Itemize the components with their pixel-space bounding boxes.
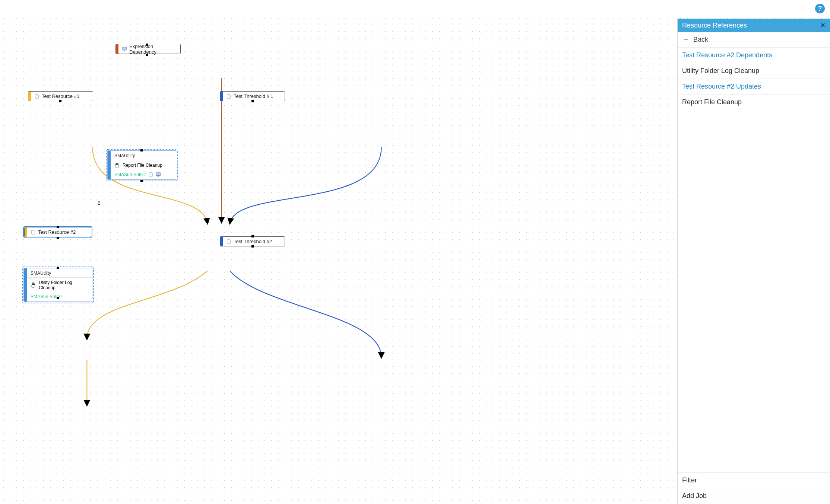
svg-rect-17 (158, 176, 159, 176)
clipboard-icon (226, 239, 231, 244)
monitor-icon (122, 47, 127, 51)
node-port (59, 100, 61, 102)
node-test-threshold-1[interactable]: Test Threshold # 1 (220, 91, 285, 101)
resource-references-panel: Resource References ✕ ← Back Test Resour… (677, 19, 830, 504)
node-stripe (108, 151, 111, 179)
back-button[interactable]: ← Back (678, 32, 830, 48)
node-port (57, 237, 59, 239)
panel-list: Test Resource #2 Dependents Utility Fold… (678, 48, 830, 472)
add-job-button[interactable]: Add Job (678, 488, 830, 504)
linux-icon (114, 162, 120, 168)
node-port (251, 235, 254, 237)
node-test-resource-2[interactable]: Test Resource #2 (24, 227, 91, 237)
help-icon[interactable]: ? (815, 4, 825, 13)
svg-point-21 (34, 284, 34, 284)
job-header: SMAUtility (108, 151, 176, 160)
clipboard-icon (34, 94, 39, 99)
job-header: SMAUtility (24, 268, 92, 277)
node-port (146, 54, 148, 56)
panel-title: Resource References (682, 22, 747, 29)
clipboard-icon (226, 94, 231, 99)
node-label: Test Resource #2 (38, 229, 76, 235)
back-label: Back (693, 36, 708, 44)
svg-point-11 (115, 165, 119, 168)
job-title: Utility Folder Log Cleanup (39, 280, 88, 290)
panel-section-entry[interactable]: Report File Cleanup (678, 95, 830, 110)
panel-header: Resource References ✕ (678, 19, 830, 32)
node-port (251, 100, 254, 102)
linux-icon (31, 282, 36, 288)
node-test-resource-1[interactable]: Test Resource #1 (28, 91, 93, 101)
close-icon[interactable]: ✕ (820, 21, 826, 29)
node-stripe (24, 268, 27, 302)
node-port (57, 267, 59, 269)
job-title: Report File Cleanup (123, 163, 162, 168)
svg-point-19 (31, 285, 35, 288)
svg-rect-6 (32, 230, 35, 234)
node-port (57, 297, 59, 299)
svg-rect-1 (123, 50, 125, 51)
node-port (251, 245, 254, 248)
svg-rect-8 (227, 239, 231, 243)
svg-rect-15 (150, 172, 152, 173)
node-label: Test Threshold # 1 (234, 93, 273, 99)
filter-button[interactable]: Filter (678, 473, 830, 488)
svg-rect-7 (32, 230, 34, 231)
svg-point-13 (117, 164, 118, 165)
svg-point-20 (32, 284, 33, 284)
job-node-report-file-cleanup[interactable]: SMAUtility Report File Cleanup SMASun-Sa… (107, 150, 176, 180)
node-label: Test Threshold #2 (234, 239, 272, 244)
job-footer: SMASun-SatO7 (114, 172, 146, 177)
svg-rect-16 (156, 173, 161, 176)
node-port (57, 226, 59, 228)
svg-rect-3 (36, 94, 38, 95)
clipboard-icon (31, 230, 36, 235)
svg-rect-0 (122, 47, 127, 50)
arrow-left-icon: ← (683, 36, 690, 44)
panel-section-heading[interactable]: Test Resource #2 Dependents (678, 48, 830, 63)
svg-rect-9 (228, 239, 229, 240)
clipboard-icon (148, 172, 153, 177)
svg-point-12 (116, 164, 117, 165)
svg-rect-5 (228, 94, 229, 95)
panel-section-heading[interactable]: Test Resource #2 Updates (678, 79, 830, 95)
edge-count-label: 2 (98, 200, 100, 206)
svg-rect-14 (149, 173, 153, 177)
node-label: Test Resource #1 (42, 93, 79, 99)
panel-actions: Filter Add Job (678, 472, 830, 504)
node-port (146, 44, 148, 46)
node-label: Expression Dependency (129, 44, 177, 55)
node-port (140, 149, 143, 151)
node-port (140, 180, 143, 182)
svg-rect-4 (227, 94, 231, 98)
panel-section-entry[interactable]: Utility Folder Log Cleanup (678, 63, 830, 79)
svg-rect-2 (35, 94, 39, 98)
node-test-threshold-2[interactable]: Test Threshold #2 (220, 236, 285, 246)
monitor-icon (156, 172, 161, 177)
